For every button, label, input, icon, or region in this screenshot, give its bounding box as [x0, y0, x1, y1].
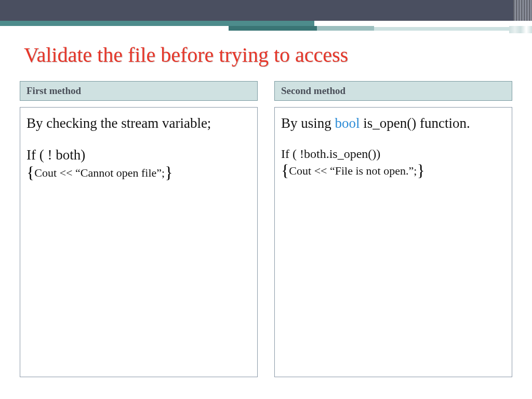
decor-vstripes: [513, 0, 532, 21]
first-method-line-1: By checking the stream variable;: [26, 115, 251, 132]
second-method-if: If ( !both.is_open()): [281, 147, 506, 161]
accent-seg-a: [229, 26, 317, 31]
second-method-line-1a: By using: [281, 115, 335, 131]
second-method-header: Second method: [274, 81, 512, 101]
first-method-body: By checking the stream variable; If ( ! …: [20, 107, 258, 377]
second-method-body-line: {Cout << “File is not open.”;}: [281, 161, 506, 180]
first-method-header: First method: [20, 81, 258, 101]
second-method-cout: Cout << “File is not open.”;: [289, 164, 417, 177]
first-method-body-line: {Cout << “Cannot open file”;}: [26, 163, 251, 182]
accent-seg-c: [374, 27, 509, 31]
second-method-line-1b: is_open() function.: [360, 115, 470, 131]
first-method-column: First method By checking the stream vari…: [20, 81, 258, 377]
bool-keyword: bool: [335, 115, 360, 131]
second-method-line-1: By using bool is_open() function.: [281, 115, 506, 132]
first-method-cout: Cout << “Cannot open file”;: [34, 166, 165, 179]
slide-title: Validate the file before trying to acces…: [24, 43, 511, 67]
open-brace-icon: {: [281, 161, 289, 180]
accent-bar-primary: [0, 21, 314, 26]
open-brace-icon: {: [26, 163, 34, 182]
first-method-if: If ( ! both): [26, 147, 251, 163]
second-method-body: By using bool is_open() function. If ( !…: [274, 107, 512, 377]
columns-container: First method By checking the stream vari…: [20, 81, 512, 377]
accent-seg-d: [509, 26, 532, 33]
accent-seg-b: [317, 26, 374, 31]
second-method-column: Second method By using bool is_open() fu…: [274, 81, 512, 377]
slide-top-bar: [0, 0, 532, 21]
close-brace-icon: }: [417, 161, 424, 180]
close-brace-icon: }: [165, 163, 172, 182]
